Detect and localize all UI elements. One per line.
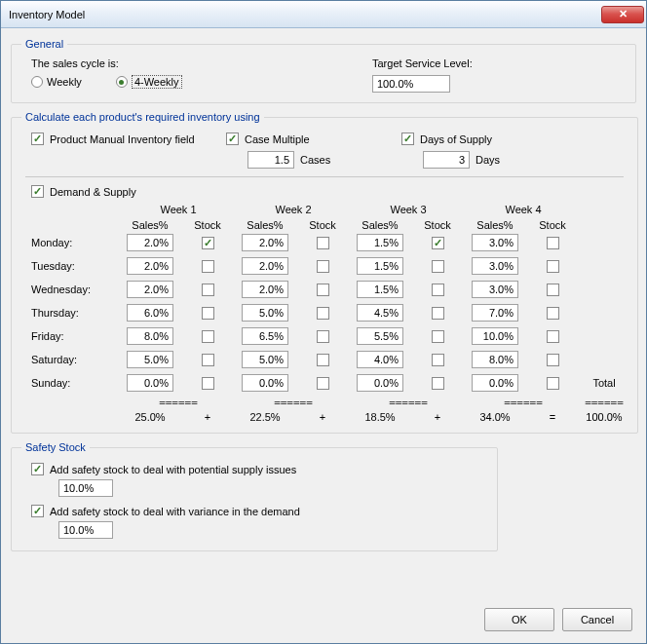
radio-weekly-label: Weekly — [47, 76, 82, 88]
cancel-label: Cancel — [581, 614, 614, 625]
stock-checkbox[interactable] — [547, 284, 559, 296]
sales-percent-input[interactable] — [127, 257, 173, 275]
table-row: Tuesday: — [31, 254, 628, 278]
sales-percent-input[interactable] — [242, 281, 288, 298]
checkbox-icon — [401, 133, 414, 145]
sales-percent-input[interactable] — [472, 304, 518, 322]
case-multiple-label: Case Multiple — [245, 133, 310, 145]
sales-cycle-label: The sales cycle is: — [31, 57, 372, 69]
stock-checkbox[interactable] — [317, 330, 329, 343]
sep: ====== — [466, 397, 581, 409]
safety-demand-input[interactable] — [58, 521, 113, 539]
stock-checkbox[interactable] — [432, 354, 444, 366]
subhead-stock: Stock — [179, 219, 236, 231]
safety-stock-group: Safety Stock Add safety stock to deal wi… — [11, 441, 498, 551]
safety-stock-legend: Safety Stock — [21, 441, 90, 453]
week-cell — [351, 374, 466, 392]
stock-checkbox[interactable] — [432, 330, 444, 343]
sales-percent-input[interactable] — [472, 281, 518, 298]
safety-supply-input[interactable] — [58, 479, 113, 497]
sales-percent-input[interactable] — [242, 351, 288, 368]
sales-percent-input[interactable] — [357, 234, 403, 251]
sales-percent-input[interactable] — [127, 327, 173, 345]
case-multiple-input[interactable] — [247, 151, 294, 169]
stock-checkbox[interactable] — [547, 260, 559, 273]
day-label: Friday: — [31, 330, 121, 342]
case-multiple-unit: Cases — [300, 154, 330, 166]
sales-percent-input[interactable] — [357, 374, 403, 392]
stock-checkbox[interactable] — [317, 354, 329, 366]
checkbox-case-multiple[interactable]: Case Multiple — [226, 133, 401, 145]
sales-percent-input[interactable] — [357, 257, 403, 275]
days-of-supply-input[interactable] — [423, 151, 470, 169]
week-cell — [236, 327, 351, 345]
ok-button[interactable]: OK — [484, 608, 554, 631]
stock-checkbox[interactable] — [202, 354, 214, 366]
week-cell — [351, 257, 466, 275]
sales-percent-input[interactable] — [472, 374, 518, 392]
sales-percent-input[interactable] — [472, 234, 518, 251]
week-cell — [466, 351, 581, 368]
target-service-level-input[interactable] — [372, 75, 450, 93]
sales-percent-input[interactable] — [357, 327, 403, 345]
cancel-button[interactable]: Cancel — [562, 608, 632, 631]
stock-checkbox[interactable] — [432, 284, 444, 296]
sales-percent-input[interactable] — [242, 327, 288, 345]
sales-percent-input[interactable] — [127, 351, 173, 368]
stock-checkbox[interactable] — [432, 260, 444, 273]
stock-checkbox[interactable] — [317, 260, 329, 273]
sales-percent-input[interactable] — [127, 374, 173, 392]
stock-checkbox[interactable] — [317, 284, 329, 296]
stock-checkbox[interactable] — [202, 330, 214, 343]
checkbox-days-of-supply[interactable]: Days of Supply — [401, 133, 577, 145]
sales-percent-input[interactable] — [357, 304, 403, 322]
subhead-sales: Sales% — [236, 219, 294, 231]
stock-checkbox[interactable] — [547, 307, 559, 320]
week-cell — [121, 234, 236, 251]
week-cell — [121, 327, 236, 345]
sales-percent-input[interactable] — [242, 304, 288, 322]
stock-checkbox[interactable] — [317, 237, 329, 249]
sales-percent-input[interactable] — [127, 304, 173, 322]
radio-weekly[interactable]: Weekly — [31, 76, 82, 88]
stock-checkbox[interactable] — [202, 237, 214, 249]
sales-percent-input[interactable] — [357, 351, 403, 368]
stock-checkbox[interactable] — [547, 237, 559, 249]
close-button[interactable]: ✕ — [601, 6, 644, 23]
stock-checkbox[interactable] — [547, 354, 559, 366]
week-cell — [351, 351, 466, 368]
sales-percent-input[interactable] — [242, 374, 288, 392]
checkbox-demand-supply[interactable]: Demand & Supply — [31, 185, 628, 198]
sales-percent-input[interactable] — [127, 281, 173, 298]
subhead-stock: Stock — [409, 219, 466, 231]
window-title: Inventory Model — [9, 9, 601, 20]
sales-percent-input[interactable] — [472, 351, 518, 368]
stock-checkbox[interactable] — [202, 260, 214, 273]
subhead-sales: Sales% — [466, 219, 524, 231]
radio-four-weekly[interactable]: 4-Weekly — [116, 75, 182, 89]
stock-checkbox[interactable] — [432, 237, 444, 249]
sales-percent-input[interactable] — [472, 257, 518, 275]
stock-checkbox[interactable] — [432, 377, 444, 390]
stock-checkbox[interactable] — [547, 330, 559, 343]
stock-checkbox[interactable] — [547, 377, 559, 390]
stock-checkbox[interactable] — [317, 307, 329, 320]
week-cell — [466, 374, 581, 392]
sales-percent-input[interactable] — [127, 234, 173, 251]
stock-checkbox[interactable] — [317, 377, 329, 390]
sales-percent-input[interactable] — [242, 234, 288, 251]
stock-checkbox[interactable] — [202, 284, 214, 296]
days-of-supply-unit: Days — [476, 154, 500, 166]
sales-percent-input[interactable] — [242, 257, 288, 275]
stock-checkbox[interactable] — [432, 307, 444, 320]
stock-checkbox[interactable] — [202, 377, 214, 390]
checkbox-safety-demand[interactable]: Add safety stock to deal with variance i… — [31, 505, 487, 517]
sales-percent-input[interactable] — [472, 327, 518, 345]
sales-percent-input[interactable] — [357, 281, 403, 298]
close-icon: ✕ — [619, 8, 628, 20]
sep: ====== — [236, 397, 351, 409]
subhead-sales: Sales% — [351, 219, 409, 231]
checkbox-product-manual-inventory[interactable]: Product Manual Inventory field — [31, 133, 226, 145]
stock-checkbox[interactable] — [202, 307, 214, 320]
checkbox-safety-supply[interactable]: Add safety stock to deal with potential … — [31, 463, 487, 475]
